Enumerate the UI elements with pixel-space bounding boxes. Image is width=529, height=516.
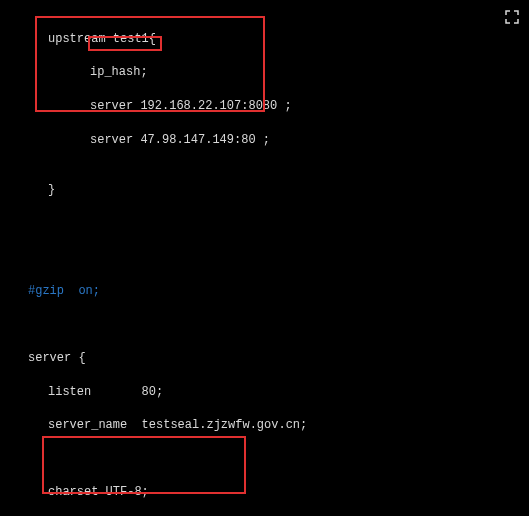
code-block: upstream test1{ ip_hash; server 192.168.… xyxy=(0,0,529,516)
code-line xyxy=(0,451,529,468)
code-line xyxy=(0,316,529,333)
code-line: charset UTF-8; xyxy=(0,484,529,501)
code-line xyxy=(0,216,529,233)
code-line: } xyxy=(0,182,529,199)
code-line: ip_hash; xyxy=(0,64,529,81)
code-line: server 192.168.22.107:8080 ; xyxy=(0,98,529,115)
code-line: listen 80; xyxy=(0,384,529,401)
code-line: upstream test1{ xyxy=(0,31,529,48)
code-line-comment: #gzip on; xyxy=(0,283,529,300)
code-line xyxy=(0,249,529,266)
code-line: server { xyxy=(0,350,529,367)
code-line: server_name testseal.zjzwfw.gov.cn; xyxy=(0,417,529,434)
code-line: server 47.98.147.149:80 ; xyxy=(0,132,529,149)
